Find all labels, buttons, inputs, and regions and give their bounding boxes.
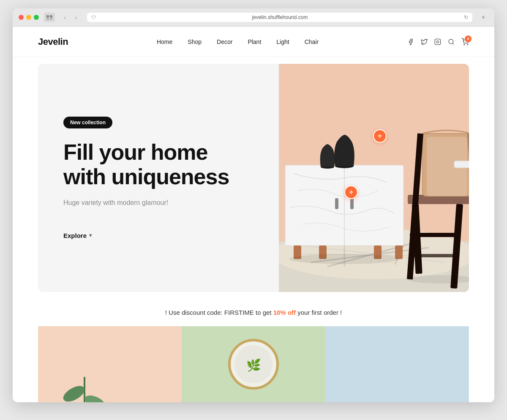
svg-point-43 [61, 383, 87, 402]
discount-text-after: your first order ! [296, 309, 342, 316]
svg-rect-37 [410, 233, 456, 237]
svg-point-8 [464, 44, 465, 45]
explore-label: Explore [63, 232, 87, 239]
svg-point-40 [289, 254, 399, 264]
reload-icon[interactable]: ↻ [464, 14, 468, 20]
twitter-icon[interactable] [421, 38, 428, 45]
svg-line-7 [452, 43, 454, 44]
leaf-items: 🌿 [246, 358, 261, 372]
svg-rect-3 [50, 19, 52, 19]
nav-shop[interactable]: Shop [188, 38, 202, 45]
close-button[interactable] [19, 15, 24, 20]
facebook-icon[interactable] [407, 38, 414, 45]
plate-inner: 🌿 [234, 345, 273, 383]
category-section: 🌿 [38, 326, 469, 402]
explore-button[interactable]: Explore ▾ [63, 232, 254, 239]
svg-rect-27 [395, 245, 403, 259]
site-logo[interactable]: Jevelin [38, 36, 68, 47]
svg-rect-2 [46, 19, 49, 19]
navigation: Jevelin Home Shop Decor Plant Light Chai… [13, 27, 494, 57]
category-card-green[interactable]: 🌿 [182, 326, 325, 402]
url-text: jevelin.shufflehound.com [98, 14, 461, 20]
nav-chair[interactable]: Chair [305, 38, 319, 45]
nav-links: Home Shop Decor Plant Light Chair [157, 38, 319, 45]
hero-left-panel: New collection Fill your homewith unique… [38, 64, 279, 292]
plate-decoration: 🌿 [228, 339, 279, 390]
svg-rect-39 [454, 161, 469, 168]
search-icon[interactable] [448, 38, 455, 45]
hero-subtitle: Huge variety with modern glamour! [63, 199, 254, 207]
forward-button[interactable]: › [71, 13, 81, 22]
tab-icon-button[interactable] [44, 13, 55, 22]
nav-decor[interactable]: Decor [217, 38, 232, 45]
cart-badge: 0 [465, 35, 472, 42]
maximize-button[interactable] [34, 15, 39, 20]
hero-right-panel: + + [279, 64, 469, 292]
svg-rect-23 [350, 198, 354, 209]
svg-point-6 [449, 39, 453, 44]
hero-section: New collection Fill your homewith unique… [38, 64, 469, 292]
nav-light[interactable]: Light [276, 38, 289, 45]
svg-point-44 [83, 393, 107, 402]
svg-rect-4 [435, 39, 440, 44]
nav-plant[interactable]: Plant [248, 38, 261, 45]
hero-badge: New collection [63, 117, 112, 128]
svg-rect-1 [50, 15, 52, 18]
discount-highlight: 10% off [273, 309, 296, 316]
chevron-down-icon: ▾ [89, 232, 92, 238]
website-content: Jevelin Home Shop Decor Plant Light Chai… [13, 27, 494, 402]
window-controls [19, 15, 39, 20]
plant-decoration [59, 352, 93, 402]
svg-rect-38 [410, 254, 456, 257]
discount-banner: ! Use discount code: FIRSTIME to get 10%… [13, 299, 494, 326]
security-icon: 🛡 [91, 15, 96, 20]
product-hotspot-2[interactable]: + [373, 129, 387, 143]
svg-rect-0 [46, 15, 49, 18]
browser-window: ‹ › 🛡 jevelin.shufflehound.com ↻ + Jevel… [13, 8, 494, 402]
discount-text-before: ! Use discount code: FIRSTIME to get [165, 309, 273, 316]
svg-rect-22 [335, 198, 338, 209]
address-bar[interactable]: 🛡 jevelin.shufflehound.com ↻ [87, 13, 472, 22]
nav-icons: 0 [407, 38, 469, 46]
instagram-icon[interactable] [434, 38, 441, 45]
hero-image [279, 64, 469, 292]
category-card-peach[interactable] [38, 326, 182, 402]
browser-toolbar: ‹ › 🛡 jevelin.shufflehound.com ↻ + [13, 8, 494, 27]
nav-home[interactable]: Home [157, 38, 172, 45]
cart-icon[interactable]: 0 [461, 38, 469, 46]
category-card-blue[interactable] [325, 326, 469, 402]
new-tab-button[interactable]: + [478, 13, 488, 22]
minimize-button[interactable] [26, 15, 31, 20]
svg-point-9 [467, 44, 468, 45]
browser-nav-buttons: ‹ › [60, 13, 81, 22]
product-hotspot-1[interactable]: + [344, 185, 358, 199]
back-button[interactable]: ‹ [60, 13, 70, 22]
hero-title: Fill your homewith uniqueness [63, 140, 254, 188]
